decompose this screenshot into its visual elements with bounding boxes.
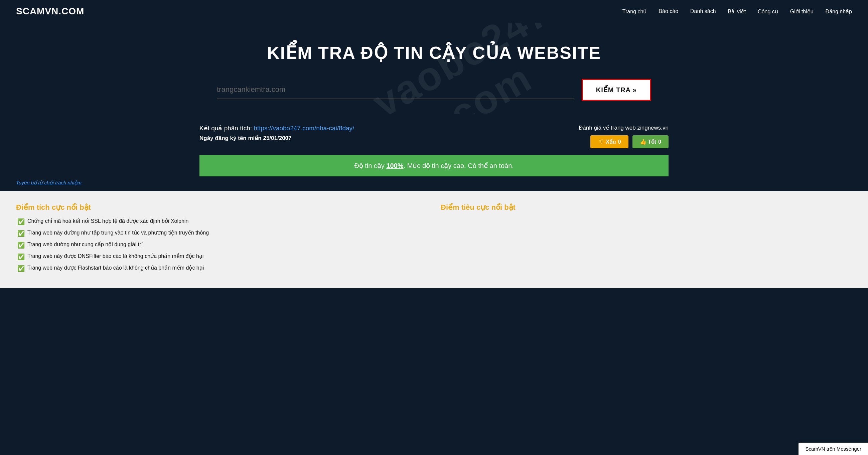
btn-xau[interactable]: 👎 Xấu 0 xyxy=(590,135,628,148)
positive-item-2: Trang web dường như cung cấp nội dung gi… xyxy=(27,241,143,247)
trust-text-suffix: . Mức độ tin cậy cao. Có thể an toàn. xyxy=(404,162,514,170)
nav-bai-viet[interactable]: Bài viết xyxy=(728,9,746,14)
positive-item-3: Trang web này được DNSFilter báo cáo là … xyxy=(27,253,204,259)
positive-item-4: Trang web này được Flashstart báo cáo là… xyxy=(27,265,204,271)
trust-percent: 100% xyxy=(386,162,403,170)
analysis-grid: Điểm tích cực nổi bật ✅Chứng chỉ mã hoá … xyxy=(16,203,852,276)
nav-danh-sach[interactable]: Danh sách xyxy=(690,8,716,14)
search-button[interactable]: KIỂM TRA » xyxy=(582,79,651,101)
nav-links: Trang chủ Báo cáo Danh sách Bài viết Côn… xyxy=(622,8,852,15)
nav-dang-nhap[interactable]: Đăng nhập xyxy=(826,9,852,14)
list-item: ✅Trang web dường như cung cấp nội dung g… xyxy=(16,241,427,249)
search-bar: KIỂM TRA » xyxy=(217,79,651,101)
result-url-link[interactable]: https://vaobo247.com/nha-cai/8day/ xyxy=(254,125,354,132)
result-date: Ngày đăng ký tên miền 25/01/2007 xyxy=(199,134,572,142)
results-right: Đánh giá về trang web zingnews.vn 👎 Xấu … xyxy=(579,124,669,148)
btn-tot[interactable]: 👍 Tốt 0 xyxy=(632,135,669,148)
result-label-text: Kết quả phân tích: xyxy=(199,125,252,132)
messenger-label: ScamVN trên Messenger xyxy=(805,446,861,452)
nav-cong-cu[interactable]: Công cụ xyxy=(758,9,778,14)
positive-item-1: Trang web này dường như tập trung vào ti… xyxy=(27,230,209,236)
results-left: Kết quả phân tích: https://vaobo247.com/… xyxy=(199,124,572,142)
disclaimer-link[interactable]: Tuyên bố từ chối trách nhiệm xyxy=(16,180,82,185)
trust-bar: Độ tin cậy 100%. Mức độ tin cậy cao. Có … xyxy=(199,155,669,176)
rating-label: Đánh giá về trang web zingnews.vn xyxy=(579,124,669,131)
results-row: Kết quả phân tích: https://vaobo247.com/… xyxy=(199,124,669,148)
btn-xau-count: 0 xyxy=(618,139,621,145)
navbar: SCAMVN.COM Trang chủ Báo cáo Danh sách B… xyxy=(0,0,868,23)
check-icon: ✅ xyxy=(18,265,25,272)
page-title: KIỂM TRA ĐỘ TIN CẬY CỦA WEBSITE xyxy=(16,43,852,63)
positive-list: ✅Chứng chỉ mã hoá kết nối SSL hợp lệ đã … xyxy=(16,218,427,272)
check-icon: ✅ xyxy=(18,242,25,249)
positive-title: Điểm tích cực nổi bật xyxy=(16,203,427,212)
trust-text-prefix: Độ tin cậy xyxy=(354,162,386,170)
hero-section: vaobo247.com KIỂM TRA ĐỘ TIN CẬY CỦA WEB… xyxy=(0,23,868,114)
messenger-widget[interactable]: ScamVN trên Messenger xyxy=(799,443,868,455)
check-icon: ✅ xyxy=(18,253,25,261)
btn-tot-count: 0 xyxy=(658,139,661,145)
rating-buttons: 👎 Xấu 0 👍 Tốt 0 xyxy=(590,135,669,148)
positive-col: Điểm tích cực nổi bật ✅Chứng chỉ mã hoá … xyxy=(16,203,427,276)
btn-tot-label: 👍 Tốt xyxy=(640,139,656,145)
disclaimer: Tuyên bố từ chối trách nhiệm xyxy=(0,176,868,191)
negative-col: Điểm tiêu cực nổi bật xyxy=(441,203,852,276)
nav-trang-chu[interactable]: Trang chủ xyxy=(622,9,647,14)
list-item: ✅Trang web này được Flashstart báo cáo l… xyxy=(16,265,427,272)
negative-title: Điểm tiêu cực nổi bật xyxy=(441,203,852,212)
results-area: Kết quả phân tích: https://vaobo247.com/… xyxy=(183,114,685,176)
analysis-card: Điểm tích cực nổi bật ✅Chứng chỉ mã hoá … xyxy=(0,191,868,288)
nav-bao-cao[interactable]: Báo cáo xyxy=(658,8,678,14)
list-item: ✅Chứng chỉ mã hoá kết nối SSL hợp lệ đã … xyxy=(16,218,427,225)
list-item: ✅Trang web này dường như tập trung vào t… xyxy=(16,230,427,237)
result-label: Kết quả phân tích: https://vaobo247.com/… xyxy=(199,124,572,132)
nav-gioi-thieu[interactable]: Giới thiệu xyxy=(790,9,813,14)
list-item: ✅Trang web này được DNSFilter báo cáo là… xyxy=(16,253,427,261)
check-icon: ✅ xyxy=(18,230,25,237)
positive-item-0: Chứng chỉ mã hoá kết nối SSL hợp lệ đã đ… xyxy=(27,218,188,224)
check-icon: ✅ xyxy=(18,218,25,225)
site-logo[interactable]: SCAMVN.COM xyxy=(16,6,84,17)
search-input-wrap xyxy=(217,81,574,99)
btn-xau-label: 👎 Xấu xyxy=(598,139,616,145)
search-input[interactable] xyxy=(217,81,574,98)
